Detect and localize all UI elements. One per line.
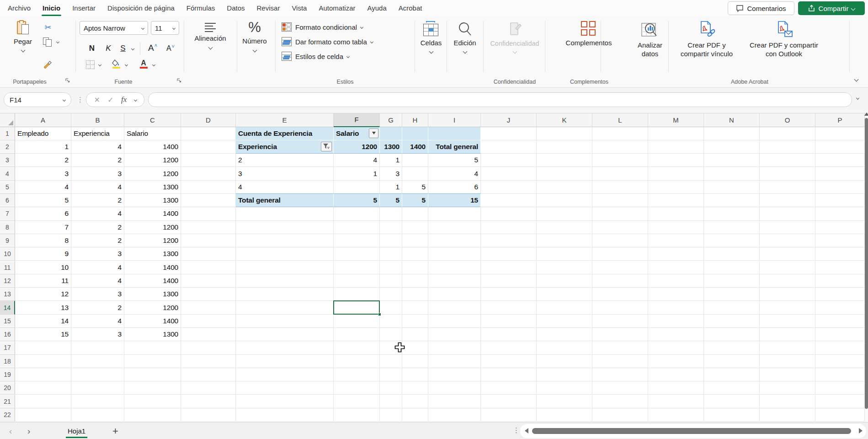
cell-H21[interactable] — [402, 395, 428, 408]
cell-O7[interactable] — [760, 207, 815, 220]
cell-C18[interactable] — [124, 355, 181, 368]
cell-I11[interactable] — [428, 261, 481, 274]
cell-M11[interactable] — [648, 261, 704, 274]
row-header-9[interactable]: 9 — [0, 234, 15, 247]
expand-formula-bar-icon[interactable] — [856, 96, 859, 100]
cell-O9[interactable] — [760, 234, 815, 247]
cell-P10[interactable] — [815, 247, 865, 261]
cell-M3[interactable] — [648, 154, 704, 167]
row-header-4[interactable]: 4 — [0, 167, 15, 180]
cell-I20[interactable] — [428, 381, 481, 395]
cell-B22[interactable] — [71, 408, 124, 422]
cell-A12[interactable]: 11 — [15, 274, 71, 288]
cells-group-button[interactable]: Celdas — [417, 21, 445, 53]
column-header-C[interactable]: C — [124, 113, 181, 127]
row-header-22[interactable]: 22 — [0, 408, 15, 422]
cell-M18[interactable] — [648, 355, 704, 368]
italic-button[interactable]: K — [101, 42, 115, 55]
cell-B10[interactable]: 3 — [71, 247, 124, 261]
cell-K11[interactable] — [537, 261, 592, 274]
pivot-experiencia-filter-button[interactable] — [321, 142, 332, 151]
cell-F20[interactable] — [334, 381, 380, 395]
cell-O10[interactable] — [760, 247, 815, 261]
cell-B7[interactable]: 4 — [71, 207, 124, 220]
cell-K19[interactable] — [537, 368, 592, 381]
row-header-11[interactable]: 11 — [0, 261, 15, 274]
cell-L22[interactable] — [592, 408, 648, 422]
add-sheet-button[interactable]: + — [112, 423, 118, 439]
cell-J4[interactable] — [481, 167, 537, 180]
cell-H9[interactable] — [402, 234, 428, 247]
menu-tab-disposici-n-de-p-gina[interactable]: Disposición de página — [101, 0, 181, 16]
row-header-12[interactable]: 12 — [0, 274, 15, 288]
cell-D21[interactable] — [181, 395, 236, 408]
cell-P9[interactable] — [815, 234, 865, 247]
cell-D14[interactable] — [181, 301, 236, 314]
cell-C8[interactable]: 1200 — [124, 221, 181, 234]
cell-B1[interactable]: Experiencia — [71, 127, 124, 140]
cell-F3[interactable]: 4 — [334, 154, 380, 167]
create-pdf-outlook-button[interactable]: Crear PDF y compartir con Outlook — [745, 21, 823, 58]
cell-J21[interactable] — [481, 395, 537, 408]
font-size-select[interactable]: 11 — [151, 21, 179, 35]
menu-tab-automatizar[interactable]: Automatizar — [313, 0, 361, 16]
formula-input[interactable] — [148, 92, 852, 107]
menu-tab-acrobat[interactable]: Acrobat — [393, 0, 428, 16]
cell-G22[interactable] — [380, 408, 402, 422]
cell-F15[interactable] — [334, 315, 380, 328]
scroll-left-arrow[interactable] — [525, 428, 528, 434]
cell-P21[interactable] — [815, 395, 865, 408]
cell-E7[interactable] — [236, 207, 334, 220]
cell-D11[interactable] — [181, 261, 236, 274]
cell-K5[interactable] — [537, 181, 592, 194]
fill-handle[interactable] — [378, 313, 381, 316]
row-header-14[interactable]: 14 — [0, 301, 15, 314]
cell-F10[interactable] — [334, 247, 380, 261]
cell-N3[interactable] — [704, 154, 760, 167]
cell-K18[interactable] — [537, 355, 592, 368]
next-sheet-button[interactable]: › — [27, 423, 30, 439]
cell-C15[interactable]: 1400 — [124, 315, 181, 328]
cell-F13[interactable] — [334, 288, 380, 301]
comments-button[interactable]: Comentarios — [728, 1, 794, 15]
cell-A9[interactable]: 8 — [15, 234, 71, 247]
cell-A13[interactable]: 12 — [15, 288, 71, 301]
cell-styles-button[interactable]: Estilos de celda — [282, 50, 349, 62]
cell-D10[interactable] — [181, 247, 236, 261]
column-header-K[interactable]: K — [537, 113, 592, 127]
cell-G11[interactable] — [380, 261, 402, 274]
cell-B2[interactable]: 4 — [71, 140, 124, 154]
increase-font-button[interactable]: A˄ — [144, 41, 161, 55]
cell-B9[interactable]: 2 — [71, 234, 124, 247]
cell-M12[interactable] — [648, 274, 704, 288]
cell-G3[interactable]: 1 — [380, 154, 402, 167]
cell-L9[interactable] — [592, 234, 648, 247]
cell-K8[interactable] — [537, 221, 592, 234]
cell-H22[interactable] — [402, 408, 428, 422]
paste-button[interactable]: Pegar — [9, 20, 37, 52]
cell-K16[interactable] — [537, 328, 592, 341]
copy-button[interactable] — [42, 37, 53, 48]
bold-button[interactable]: N — [85, 42, 99, 55]
cell-E1[interactable]: Cuenta de Experiencia — [236, 127, 334, 140]
row-header-16[interactable]: 16 — [0, 328, 15, 341]
cell-M9[interactable] — [648, 234, 704, 247]
cell-G12[interactable] — [380, 274, 402, 288]
cell-E16[interactable] — [236, 328, 334, 341]
insert-function-icon[interactable]: fx — [121, 95, 127, 104]
cell-F8[interactable] — [334, 221, 380, 234]
cell-N10[interactable] — [704, 247, 760, 261]
column-header-E[interactable]: E — [236, 113, 334, 127]
cell-K1[interactable] — [537, 127, 592, 140]
cell-A2[interactable]: 1 — [15, 140, 71, 154]
cell-J7[interactable] — [481, 207, 537, 220]
cell-B6[interactable]: 2 — [71, 194, 124, 207]
prev-sheet-button[interactable]: ‹ — [9, 423, 12, 439]
cell-I2[interactable]: Total general — [428, 140, 481, 154]
cut-button[interactable]: ✂ — [42, 22, 54, 33]
cell-E12[interactable] — [236, 274, 334, 288]
cell-G10[interactable] — [380, 247, 402, 261]
cell-H18[interactable] — [402, 355, 428, 368]
cell-M15[interactable] — [648, 315, 704, 328]
cell-K12[interactable] — [537, 274, 592, 288]
